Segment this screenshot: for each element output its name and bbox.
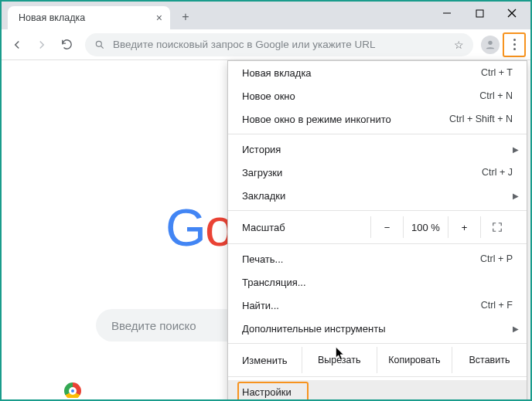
menu-copy[interactable]: Копировать — [377, 347, 452, 373]
chevron-right-icon: ▶ — [513, 192, 519, 200]
svg-point-4 — [96, 41, 101, 46]
menu-new-window[interactable]: Новое окно Ctrl + N — [228, 84, 527, 107]
zoom-out-button[interactable]: − — [370, 216, 403, 238]
zoom-value: 100 % — [403, 216, 448, 238]
menu-incognito[interactable]: Новое окно в режиме инкогнито Ctrl + Shi… — [228, 107, 527, 131]
search-icon — [94, 39, 105, 50]
forward-button[interactable] — [31, 34, 53, 56]
menu-zoom: Масштаб − 100 % + — [228, 214, 527, 240]
menu-bookmarks[interactable]: Закладки ▶ — [228, 184, 527, 207]
maximize-button[interactable] — [464, 2, 495, 24]
menu-downloads[interactable]: Загрузки Ctrl + J — [228, 161, 527, 184]
menu-separator — [228, 210, 527, 211]
close-window-button[interactable] — [496, 2, 527, 24]
menu-cast[interactable]: Трансляция... — [228, 270, 527, 294]
cursor-icon — [336, 347, 346, 362]
browser-tab[interactable]: Новая вкладка × — [8, 6, 170, 29]
bookmark-star-icon[interactable]: ☆ — [454, 39, 464, 51]
search-placeholder: Введите поиско — [111, 319, 196, 332]
menu-history[interactable]: История ▶ — [228, 138, 527, 161]
menu-separator — [228, 343, 527, 344]
menu-separator — [228, 243, 527, 244]
chrome-icon — [61, 379, 84, 398]
svg-rect-1 — [476, 10, 483, 17]
window-controls — [431, 2, 527, 25]
menu-separator — [228, 376, 527, 377]
menu-find[interactable]: Найти... Ctrl + F — [228, 294, 527, 317]
menu-separator — [228, 134, 527, 134]
menu-button-highlight — [503, 32, 526, 57]
new-tab-button[interactable]: + — [175, 6, 196, 28]
menu-edit-row: Изменить Вырезать Копировать Вставить — [228, 347, 527, 373]
profile-avatar[interactable] — [481, 36, 500, 54]
omnibox-placeholder: Введите поисковый запрос в Google или ук… — [113, 39, 376, 50]
toolbar: Введите поисковый запрос в Google или ук… — [2, 29, 530, 60]
chevron-right-icon: ▶ — [513, 145, 519, 154]
minimize-button[interactable] — [431, 2, 462, 24]
menu-print[interactable]: Печать... Ctrl + P — [228, 247, 527, 270]
chevron-right-icon: ▶ — [513, 325, 519, 333]
svg-line-5 — [101, 46, 104, 48]
menu-new-tab[interactable]: Новая вкладка Ctrl + T — [228, 61, 527, 84]
menu-paste[interactable]: Вставить — [452, 347, 527, 373]
menu-settings[interactable]: Настройки — [228, 380, 527, 401]
menu-button[interactable] — [506, 36, 523, 54]
fullscreen-button[interactable] — [480, 216, 513, 238]
title-bar: Новая вкладка × + — [2, 2, 530, 29]
reload-button[interactable] — [56, 34, 77, 56]
svg-point-6 — [488, 40, 492, 44]
address-bar[interactable]: Введите поисковый запрос в Google или ук… — [85, 33, 473, 56]
main-menu: Новая вкладка Ctrl + T Новое окно Ctrl +… — [227, 60, 527, 401]
menu-more-tools[interactable]: Дополнительные инструменты ▶ — [228, 317, 527, 340]
menu-edit-label: Изменить — [228, 347, 302, 373]
tab-title: Новая вкладка — [19, 12, 85, 23]
fullscreen-icon — [492, 222, 503, 233]
back-button[interactable] — [6, 34, 28, 56]
close-tab-icon[interactable]: × — [156, 12, 162, 24]
zoom-in-button[interactable]: + — [448, 216, 480, 238]
